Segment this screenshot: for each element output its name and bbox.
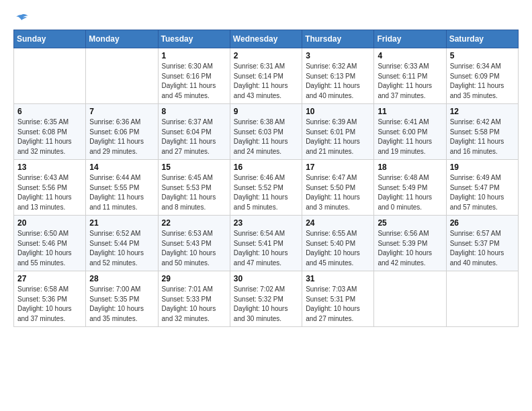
calendar-cell: 2Sunrise: 6:31 AM Sunset: 6:14 PM Daylig… <box>230 48 302 104</box>
calendar-cell <box>446 271 518 327</box>
calendar-cell: 10Sunrise: 6:39 AM Sunset: 6:01 PM Dayli… <box>302 104 374 160</box>
day-detail: Sunrise: 6:55 AM Sunset: 5:40 PM Dayligh… <box>306 229 370 268</box>
calendar-cell: 9Sunrise: 6:38 AM Sunset: 6:03 PM Daylig… <box>230 104 302 160</box>
calendar-cell: 13Sunrise: 6:43 AM Sunset: 5:56 PM Dayli… <box>14 160 86 216</box>
day-number: 28 <box>89 274 154 283</box>
calendar-cell: 21Sunrise: 6:52 AM Sunset: 5:44 PM Dayli… <box>86 216 158 271</box>
day-detail: Sunrise: 6:54 AM Sunset: 5:41 PM Dayligh… <box>234 229 298 268</box>
weekday-header-friday: Friday <box>374 30 446 48</box>
calendar-cell <box>374 271 446 327</box>
day-number: 4 <box>378 51 442 60</box>
day-detail: Sunrise: 6:46 AM Sunset: 5:52 PM Dayligh… <box>234 173 298 212</box>
day-detail: Sunrise: 6:44 AM Sunset: 5:55 PM Dayligh… <box>89 173 154 212</box>
day-detail: Sunrise: 6:31 AM Sunset: 6:14 PM Dayligh… <box>234 62 298 101</box>
day-detail: Sunrise: 6:49 AM Sunset: 5:47 PM Dayligh… <box>450 173 515 212</box>
day-number: 18 <box>378 163 442 172</box>
day-detail: Sunrise: 6:53 AM Sunset: 5:43 PM Dayligh… <box>162 229 226 268</box>
day-number: 8 <box>162 107 226 116</box>
calendar-cell: 28Sunrise: 7:00 AM Sunset: 5:35 PM Dayli… <box>86 271 158 327</box>
weekday-header-thursday: Thursday <box>302 30 374 48</box>
day-detail: Sunrise: 6:48 AM Sunset: 5:49 PM Dayligh… <box>378 173 442 212</box>
day-number: 11 <box>378 107 442 116</box>
day-detail: Sunrise: 6:43 AM Sunset: 5:56 PM Dayligh… <box>17 173 82 212</box>
day-number: 23 <box>234 218 298 228</box>
day-detail: Sunrise: 6:30 AM Sunset: 6:16 PM Dayligh… <box>162 62 226 101</box>
day-detail: Sunrise: 6:39 AM Sunset: 6:01 PM Dayligh… <box>306 118 370 156</box>
day-detail: Sunrise: 6:50 AM Sunset: 5:46 PM Dayligh… <box>17 229 82 268</box>
weekday-header-sunday: Sunday <box>14 30 86 48</box>
calendar-cell: 4Sunrise: 6:33 AM Sunset: 6:11 PM Daylig… <box>374 48 446 104</box>
calendar-cell: 6Sunrise: 6:35 AM Sunset: 6:08 PM Daylig… <box>14 104 86 160</box>
calendar-week-row: 20Sunrise: 6:50 AM Sunset: 5:46 PM Dayli… <box>14 216 519 271</box>
calendar-table: SundayMondayTuesdayWednesdayThursdayFrid… <box>13 30 519 327</box>
calendar-week-row: 13Sunrise: 6:43 AM Sunset: 5:56 PM Dayli… <box>14 160 519 216</box>
calendar-header-row: SundayMondayTuesdayWednesdayThursdayFrid… <box>14 30 519 48</box>
calendar-cell: 14Sunrise: 6:44 AM Sunset: 5:55 PM Dayli… <box>86 160 158 216</box>
day-number: 30 <box>234 274 298 283</box>
day-number: 6 <box>17 107 82 116</box>
day-number: 12 <box>450 107 515 116</box>
calendar-week-row: 6Sunrise: 6:35 AM Sunset: 6:08 PM Daylig… <box>14 104 519 160</box>
calendar-week-row: 1Sunrise: 6:30 AM Sunset: 6:16 PM Daylig… <box>14 48 519 104</box>
day-number: 26 <box>450 218 515 228</box>
day-number: 25 <box>378 218 442 228</box>
calendar-cell: 25Sunrise: 6:56 AM Sunset: 5:39 PM Dayli… <box>374 216 446 271</box>
calendar-cell: 26Sunrise: 6:57 AM Sunset: 5:37 PM Dayli… <box>446 216 518 271</box>
day-detail: Sunrise: 7:01 AM Sunset: 5:33 PM Dayligh… <box>162 285 226 324</box>
day-number: 14 <box>89 163 154 172</box>
day-detail: Sunrise: 7:02 AM Sunset: 5:32 PM Dayligh… <box>234 285 298 324</box>
calendar-cell: 18Sunrise: 6:48 AM Sunset: 5:49 PM Dayli… <box>374 160 446 216</box>
day-detail: Sunrise: 6:45 AM Sunset: 5:53 PM Dayligh… <box>162 173 226 212</box>
calendar-cell: 16Sunrise: 6:46 AM Sunset: 5:52 PM Dayli… <box>230 160 302 216</box>
calendar-cell: 17Sunrise: 6:47 AM Sunset: 5:50 PM Dayli… <box>302 160 374 216</box>
day-detail: Sunrise: 7:00 AM Sunset: 5:35 PM Dayligh… <box>89 285 154 324</box>
weekday-header-saturday: Saturday <box>446 30 518 48</box>
day-number: 22 <box>162 218 226 228</box>
day-detail: Sunrise: 6:42 AM Sunset: 5:58 PM Dayligh… <box>450 118 515 156</box>
day-detail: Sunrise: 6:32 AM Sunset: 6:13 PM Dayligh… <box>306 62 370 101</box>
weekday-header-tuesday: Tuesday <box>158 30 230 48</box>
calendar-cell: 19Sunrise: 6:49 AM Sunset: 5:47 PM Dayli… <box>446 160 518 216</box>
day-number: 31 <box>306 274 370 283</box>
calendar-cell: 15Sunrise: 6:45 AM Sunset: 5:53 PM Dayli… <box>158 160 230 216</box>
calendar-cell: 1Sunrise: 6:30 AM Sunset: 6:16 PM Daylig… <box>158 48 230 104</box>
day-number: 15 <box>162 163 226 172</box>
day-detail: Sunrise: 6:38 AM Sunset: 6:03 PM Dayligh… <box>234 118 298 156</box>
logo <box>13 13 28 23</box>
calendar-cell: 31Sunrise: 7:03 AM Sunset: 5:31 PM Dayli… <box>302 271 374 327</box>
day-number: 17 <box>306 163 370 172</box>
day-number: 1 <box>162 51 226 60</box>
day-number: 7 <box>89 107 154 116</box>
day-detail: Sunrise: 6:36 AM Sunset: 6:06 PM Dayligh… <box>89 118 154 156</box>
calendar-cell <box>86 48 158 104</box>
day-number: 13 <box>17 163 82 172</box>
page-header <box>13 13 519 23</box>
calendar-cell: 23Sunrise: 6:54 AM Sunset: 5:41 PM Dayli… <box>230 216 302 271</box>
day-detail: Sunrise: 6:57 AM Sunset: 5:37 PM Dayligh… <box>450 229 515 268</box>
day-number: 29 <box>162 274 226 283</box>
day-detail: Sunrise: 6:52 AM Sunset: 5:44 PM Dayligh… <box>89 229 154 268</box>
calendar-cell: 27Sunrise: 6:58 AM Sunset: 5:36 PM Dayli… <box>14 271 86 327</box>
calendar-cell: 3Sunrise: 6:32 AM Sunset: 6:13 PM Daylig… <box>302 48 374 104</box>
day-number: 16 <box>234 163 298 172</box>
calendar-cell: 7Sunrise: 6:36 AM Sunset: 6:06 PM Daylig… <box>86 104 158 160</box>
day-detail: Sunrise: 6:37 AM Sunset: 6:04 PM Dayligh… <box>162 118 226 156</box>
day-number: 5 <box>450 51 515 60</box>
day-number: 21 <box>89 218 154 228</box>
day-detail: Sunrise: 6:47 AM Sunset: 5:50 PM Dayligh… <box>306 173 370 212</box>
calendar-week-row: 27Sunrise: 6:58 AM Sunset: 5:36 PM Dayli… <box>14 271 519 327</box>
day-number: 3 <box>306 51 370 60</box>
day-detail: Sunrise: 6:33 AM Sunset: 6:11 PM Dayligh… <box>378 62 442 101</box>
day-detail: Sunrise: 6:58 AM Sunset: 5:36 PM Dayligh… <box>17 285 82 324</box>
day-detail: Sunrise: 6:56 AM Sunset: 5:39 PM Dayligh… <box>378 229 442 268</box>
weekday-header-monday: Monday <box>86 30 158 48</box>
day-detail: Sunrise: 6:35 AM Sunset: 6:08 PM Dayligh… <box>17 118 82 156</box>
weekday-header-wednesday: Wednesday <box>230 30 302 48</box>
calendar-cell <box>14 48 86 104</box>
calendar-cell: 22Sunrise: 6:53 AM Sunset: 5:43 PM Dayli… <box>158 216 230 271</box>
calendar-cell: 12Sunrise: 6:42 AM Sunset: 5:58 PM Dayli… <box>446 104 518 160</box>
calendar-cell: 29Sunrise: 7:01 AM Sunset: 5:33 PM Dayli… <box>158 271 230 327</box>
day-number: 2 <box>234 51 298 60</box>
day-detail: Sunrise: 6:34 AM Sunset: 6:09 PM Dayligh… <box>450 62 515 101</box>
day-number: 19 <box>450 163 515 172</box>
